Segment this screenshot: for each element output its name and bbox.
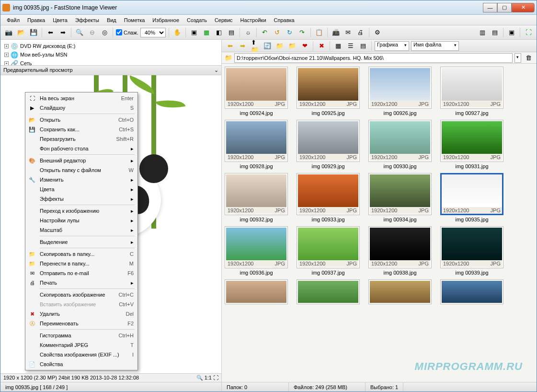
tree-item[interactable]: +🌐Мои веб-узлы MSN bbox=[4, 50, 217, 59]
ctx-Открыть[interactable]: 📂ОткрытьCtrl+O bbox=[26, 115, 137, 125]
rotate-left-icon[interactable]: ↶ bbox=[260, 27, 270, 38]
view-mode-select[interactable]: Графика bbox=[375, 41, 409, 51]
ctx-Свойства изображения (EXIF ...)[interactable]: Свойства изображения (EXIF ...)I bbox=[26, 350, 137, 359]
thumbnail[interactable]: 1920x1200JPGimg 00927.jpg bbox=[440, 67, 503, 116]
menu-Цвета[interactable]: Цвета bbox=[49, 16, 71, 24]
thumbnail[interactable]: 1920x1200JPGimg 00926.jpg bbox=[368, 67, 432, 116]
recycle-icon[interactable]: 🗑 bbox=[523, 53, 534, 63]
scan-icon[interactable]: 📠 bbox=[331, 27, 341, 38]
sort-select[interactable]: Имя файла bbox=[411, 41, 459, 51]
ctx-Масштаб[interactable]: Масштаб▸ bbox=[26, 225, 137, 235]
ctx-Настройки лупы[interactable]: Настройки лупы▸ bbox=[26, 216, 137, 225]
ctx-Отправить по e-mail[interactable]: ✉Отправить по e-mailF6 bbox=[26, 268, 137, 278]
menu-Избранное[interactable]: Избранное bbox=[149, 16, 183, 24]
nav-fwd-icon[interactable]: ➡ bbox=[237, 41, 248, 51]
clipboard-icon[interactable]: 📋 bbox=[314, 27, 324, 38]
ctx-Скопировать в папку...[interactable]: 📁Скопировать в папку...C bbox=[26, 249, 137, 259]
fullscreen-icon[interactable]: ⛶ bbox=[523, 27, 534, 38]
ctx-Цвета[interactable]: Цвета▸ bbox=[26, 184, 137, 194]
ctx-Открыть папку с файлом[interactable]: Открыть папку с файломW bbox=[26, 165, 137, 175]
folder-tree[interactable]: +💿DVD RW дисковод (E:)+🌐Мои веб-узлы MSN… bbox=[0, 40, 221, 66]
thumbnail[interactable]: 1920x1200JPGimg 00933.jpg bbox=[297, 173, 360, 222]
menu-Справка[interactable]: Справка bbox=[271, 16, 298, 24]
redo-icon[interactable]: ↻ bbox=[285, 27, 295, 38]
nav-newfolder-icon[interactable]: 📁 bbox=[287, 41, 297, 51]
zoom-in-icon[interactable]: 🔍 bbox=[74, 27, 85, 38]
email-icon[interactable]: ✉ bbox=[343, 27, 354, 38]
path-input[interactable]: D:\торрент\Обои\Oboi-raznoe 21.10\Wallpa… bbox=[234, 53, 513, 63]
smooth-checkbox[interactable]: Слаж. bbox=[116, 29, 138, 35]
ctx-Гистограмма[interactable]: ГистограммаCtrl+H bbox=[26, 331, 137, 340]
tree-item[interactable]: +💿DVD RW дисковод (E:) bbox=[4, 42, 217, 50]
menu-Пометка[interactable]: Пометка bbox=[121, 16, 149, 24]
menu-Вид[interactable]: Вид bbox=[103, 16, 120, 24]
thumbnail[interactable]: 1920x1200JPGimg 00930.jpg bbox=[368, 120, 432, 169]
thumbnail[interactable]: 1920x1200JPGimg 00925.jpg bbox=[297, 67, 360, 116]
thumbnail[interactable]: 1920x1200JPGimg 00934.jpg bbox=[368, 173, 432, 222]
ctx-Слайдшоу[interactable]: ▶СлайдшоуS bbox=[26, 103, 137, 113]
ctx-Перезагрузить[interactable]: ПерезагрузитьShift+R bbox=[26, 134, 137, 144]
adjust-icon[interactable]: ☼ bbox=[243, 27, 253, 38]
rotate-right-icon[interactable]: ↷ bbox=[297, 27, 308, 38]
view-list-icon[interactable]: ☰ bbox=[345, 41, 356, 51]
close-button[interactable]: ✕ bbox=[512, 3, 535, 12]
thumbnail[interactable]: 1920x1200JPGimg 00924.jpg bbox=[225, 67, 288, 116]
layout3-icon[interactable]: ▣ bbox=[506, 27, 517, 38]
minimize-button[interactable]: — bbox=[483, 3, 497, 12]
crop-icon[interactable]: ▦ bbox=[201, 27, 212, 38]
nav-delete-icon[interactable]: ✖ bbox=[316, 41, 327, 51]
ctx-Выделение[interactable]: Выделение▸ bbox=[26, 237, 137, 247]
prev-icon[interactable]: ⬅ bbox=[45, 27, 56, 38]
hand-icon[interactable]: ✋ bbox=[172, 27, 183, 38]
context-menu[interactable]: ⛶На весь экранEnter▶СлайдшоуS📂ОткрытьCtr… bbox=[25, 92, 138, 370]
settings-icon[interactable]: ⚙ bbox=[372, 27, 383, 38]
ctx-Переименовать[interactable]: ⒶПереименоватьF2 bbox=[26, 319, 137, 328]
nav-up-icon[interactable]: ⬆📁 bbox=[250, 41, 260, 51]
ctx-На весь экран[interactable]: ⛶На весь экранEnter bbox=[26, 93, 137, 103]
thumbnail[interactable]: 1920x1200JPGimg 00929.jpg bbox=[297, 120, 360, 169]
thumbnail[interactable] bbox=[225, 279, 288, 304]
resize-icon[interactable]: ◧ bbox=[214, 27, 224, 38]
canvas-icon[interactable]: ▤ bbox=[226, 27, 237, 38]
thumbnail[interactable]: 1920x1200JPGimg 00935.jpg bbox=[440, 173, 503, 222]
nav-refresh-icon[interactable]: 🔄 bbox=[262, 41, 273, 51]
thumbnail[interactable] bbox=[440, 279, 503, 304]
thumbnail[interactable] bbox=[368, 279, 432, 304]
undo-icon[interactable]: ↺ bbox=[272, 27, 283, 38]
view-details-icon[interactable]: ▤ bbox=[358, 41, 368, 51]
nav-fav-icon[interactable]: ❤ bbox=[299, 41, 310, 51]
maximize-button[interactable]: ▢ bbox=[497, 3, 512, 12]
ctx-Фон рабочего стола[interactable]: Фон рабочего стола▸ bbox=[26, 144, 137, 153]
menu-Правка[interactable]: Правка bbox=[24, 16, 48, 24]
thumbnail-grid[interactable]: 1920x1200JPGimg 00924.jpg1920x1200JPGimg… bbox=[222, 64, 537, 382]
ctx-Изменить[interactable]: 🔧Изменить▸ bbox=[26, 175, 137, 184]
open-icon[interactable]: 📂 bbox=[16, 27, 26, 38]
next-icon[interactable]: ➡ bbox=[57, 27, 68, 38]
nav-back-icon[interactable]: ⬅ bbox=[225, 41, 235, 51]
ctx-Внешний редактор[interactable]: 🎨Внешний редактор▸ bbox=[26, 156, 137, 165]
thumbnail[interactable]: 1920x1200JPGimg 00938.jpg bbox=[368, 226, 432, 276]
menu-Настройки[interactable]: Настройки bbox=[237, 16, 270, 24]
zoom-select[interactable]: 40% bbox=[140, 28, 166, 37]
print-icon[interactable]: 🖨 bbox=[355, 27, 366, 38]
menu-Создать[interactable]: Создать bbox=[183, 16, 210, 24]
collapse-icon[interactable]: ⌄ bbox=[214, 67, 218, 73]
layout1-icon[interactable]: ▥ bbox=[477, 27, 488, 38]
thumbnail[interactable]: 1920x1200JPGimg 00936.jpg bbox=[225, 226, 288, 276]
thumbnail[interactable] bbox=[297, 279, 360, 304]
save-icon[interactable]: 💾 bbox=[28, 27, 39, 38]
zoom-out-icon[interactable]: ⊖ bbox=[87, 27, 97, 38]
thumbnail[interactable]: 1920x1200JPGimg 00928.jpg bbox=[225, 120, 288, 169]
thumbnail[interactable]: 1920x1200JPGimg 00932.jpg bbox=[225, 173, 288, 222]
menu-Сервис[interactable]: Сервис bbox=[211, 16, 236, 24]
nav-folder-icon[interactable]: 📁 bbox=[274, 41, 285, 51]
layout2-icon[interactable]: ▤ bbox=[490, 27, 500, 38]
ctx-Скопировать изображение[interactable]: Скопировать изображениеCtrl+C bbox=[26, 290, 137, 300]
menu-Эффекты[interactable]: Эффекты bbox=[72, 16, 103, 24]
select-icon[interactable]: ▣ bbox=[189, 27, 199, 38]
ctx-Свойства[interactable]: 📄Свойства bbox=[26, 359, 137, 369]
ctx-Переход к изображению[interactable]: Переход к изображению▸ bbox=[26, 206, 137, 216]
tree-item[interactable]: +🔗Сеть bbox=[4, 59, 217, 66]
thumbnail[interactable]: 1920x1200JPGimg 00937.jpg bbox=[297, 226, 360, 276]
menu-Файл[interactable]: Файл bbox=[3, 16, 23, 24]
